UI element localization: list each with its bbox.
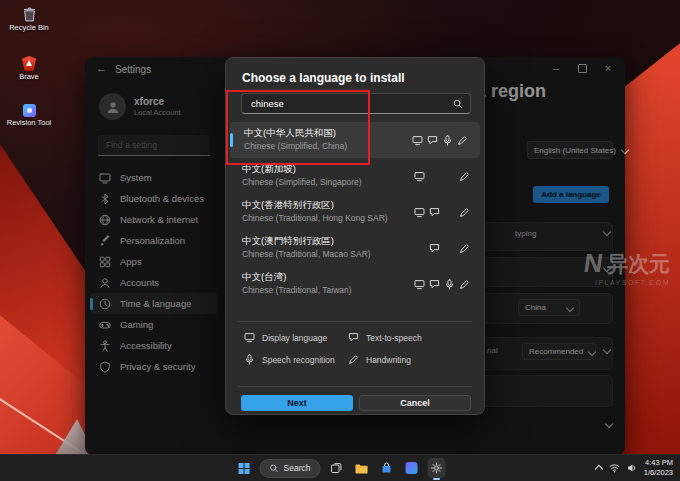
language-feature-icons: [413, 242, 471, 254]
text-to-speech-icon: [428, 278, 440, 290]
app-icon: [405, 462, 417, 474]
handwriting-icon: [348, 354, 359, 365]
taskbar: Search 4:43 PM 1/6/2023: [0, 454, 680, 481]
feature-legend: Display language Text-to-speech Speech r…: [244, 332, 470, 365]
language-native-name: 中文(香港特别行政区): [242, 199, 334, 212]
volume-icon[interactable]: [627, 463, 637, 473]
handwriting-icon: [456, 134, 468, 146]
display-language-icon: [413, 206, 425, 218]
revision-tool-icon: [23, 104, 36, 117]
language-english-name: Chinese (Traditional, Taiwan): [242, 285, 352, 295]
handwriting-icon: [458, 242, 470, 254]
language-feature-icons: [413, 170, 471, 182]
clock-date: 1/6/2023: [644, 468, 673, 478]
desktop-icon-revision-tool[interactable]: Revision Tool: [4, 104, 54, 128]
search-icon: [453, 99, 463, 109]
language-search-input[interactable]: [249, 97, 453, 110]
file-explorer-button[interactable]: [352, 458, 370, 478]
wifi-icon[interactable]: [609, 463, 620, 473]
display-language-icon: [244, 332, 255, 343]
handwriting-icon: [458, 206, 470, 218]
language-english-name: Chinese (Simplified, China): [244, 141, 347, 151]
language-native-name: 中文(中华人民共和国): [244, 127, 336, 140]
language-row-zh-tw[interactable]: 中文(台湾) Chinese (Traditional, Taiwan): [226, 266, 484, 302]
legend-speech-recognition: Speech recognition: [244, 354, 348, 365]
settings-taskbar-button[interactable]: [427, 458, 445, 478]
language-row-zh-sg[interactable]: 中文(新加坡) Chinese (Simplified, Singapore): [226, 158, 484, 194]
text-to-speech-icon: [348, 332, 359, 343]
legend-label: Text-to-speech: [366, 333, 422, 343]
language-search-box[interactable]: [241, 93, 471, 114]
desktop-icon-label: Recycle Bin: [9, 24, 49, 33]
language-install-dialog: Choose a language to install 中文(中华人民共和国)…: [225, 57, 485, 415]
taskbar-center: Search: [235, 455, 446, 481]
task-view-icon: [330, 462, 342, 474]
legend-display-language: Display language: [244, 332, 348, 343]
text-to-speech-icon: [428, 242, 440, 254]
language-native-name: 中文(台湾): [242, 271, 286, 284]
handwriting-icon: [458, 278, 470, 290]
language-list: 中文(中华人民共和国) Chinese (Simplified, China) …: [226, 122, 484, 302]
language-row-zh-mo[interactable]: 中文(澳門特別行政區) Chinese (Traditional, Macao …: [226, 230, 484, 266]
desktop-icon-label: Brave: [19, 73, 39, 82]
legend-label: Handwriting: [366, 355, 411, 365]
desktop-icon-label: Revision Tool: [7, 119, 51, 128]
taskbar-search[interactable]: Search: [260, 459, 321, 478]
language-row-zh-hk[interactable]: 中文(香港特别行政区) Chinese (Traditional, Hong K…: [226, 194, 484, 230]
display-language-icon: [413, 278, 425, 290]
legend-label: Display language: [262, 333, 327, 343]
dialog-title: Choose a language to install: [242, 71, 405, 85]
legend-text-to-speech: Text-to-speech: [348, 332, 470, 343]
tray-chevron-up-icon[interactable]: [595, 465, 603, 473]
display-language-icon: [413, 170, 425, 182]
language-feature-icons: [413, 278, 471, 290]
system-tray: 4:43 PM 1/6/2023: [596, 455, 673, 481]
display-language-icon: [411, 134, 423, 146]
clock-time: 4:43 PM: [644, 458, 673, 468]
task-view-button[interactable]: [327, 458, 345, 478]
language-native-name: 中文(新加坡): [242, 163, 296, 176]
folder-icon: [354, 462, 368, 474]
taskbar-app-button[interactable]: [402, 458, 420, 478]
divider: [238, 321, 472, 322]
language-row-zh-cn[interactable]: 中文(中华人民共和国) Chinese (Simplified, China): [230, 122, 480, 158]
language-feature-icons: [413, 206, 471, 218]
legend-handwriting: Handwriting: [348, 354, 470, 365]
language-native-name: 中文(澳門特別行政區): [242, 235, 334, 248]
microsoft-store-button[interactable]: [377, 458, 395, 478]
search-icon: [270, 464, 279, 473]
legend-label: Speech recognition: [262, 355, 335, 365]
speech-recognition-icon: [441, 134, 453, 146]
speech-recognition-icon: [443, 278, 455, 290]
speech-recognition-icon: [244, 354, 255, 365]
recycle-bin-icon: [22, 6, 37, 22]
cancel-button[interactable]: Cancel: [359, 395, 471, 411]
store-bag-icon: [380, 462, 392, 474]
desktop-icon-recycle-bin[interactable]: Recycle Bin: [4, 6, 54, 33]
gear-icon: [430, 462, 442, 474]
language-english-name: Chinese (Simplified, Singapore): [242, 177, 362, 187]
start-button[interactable]: [235, 458, 253, 478]
text-to-speech-icon: [426, 134, 438, 146]
desktop-icon-brave[interactable]: Brave: [4, 56, 54, 82]
text-to-speech-icon: [428, 206, 440, 218]
language-english-name: Chinese (Traditional, Hong Kong SAR): [242, 213, 388, 223]
divider: [238, 386, 472, 387]
language-english-name: Chinese (Traditional, Macao SAR): [242, 249, 371, 259]
windows-logo-icon: [238, 463, 249, 474]
brave-icon: [22, 56, 36, 71]
next-button[interactable]: Next: [241, 395, 353, 411]
handwriting-icon: [458, 170, 470, 182]
taskbar-clock[interactable]: 4:43 PM 1/6/2023: [644, 458, 673, 478]
language-feature-icons: [411, 134, 469, 146]
taskbar-search-label: Search: [284, 463, 311, 473]
desktop-screen: Recycle Bin Brave Revision Tool ← Settin…: [0, 0, 680, 481]
